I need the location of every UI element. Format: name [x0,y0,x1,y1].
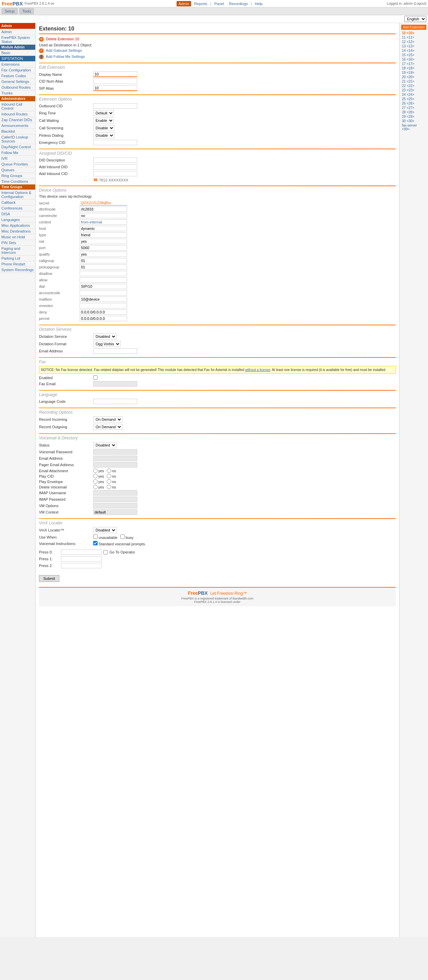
sidebar-item-pin-sets[interactable]: Music on Hold [0,234,35,240]
add-gabcast-link[interactable]: Add Gabcast Settings [46,48,81,52]
ring-time-select[interactable]: Default [93,110,114,116]
play-envelope-yes[interactable] [93,479,97,484]
email-attach-no[interactable] [107,468,111,473]
ext-link-29[interactable]: 29 <29> [401,115,426,119]
dictation-format-select[interactable]: Ogg Vorbis [93,341,121,347]
play-cid-no[interactable] [107,474,111,478]
sidebar-item-zap-dids[interactable]: Inbound Routes [0,111,35,117]
sidebar-item-queue-priorities[interactable]: IVR [0,156,35,161]
ext-link-26[interactable]: 26 <26> [401,101,426,106]
sidebar-item-feature-codes[interactable]: Fax Configuration [0,67,35,73]
sidebar-item-trunks[interactable]: Outbound Routes [0,84,35,91]
dial-input[interactable] [80,284,127,289]
sidebar-item-admin[interactable]: Admin [0,23,35,29]
sidebar-item-ivr[interactable]: Follow Me [0,150,35,156]
dictation-email-input[interactable] [93,348,137,354]
ext-link-16[interactable]: 16 <16> [401,57,426,62]
without-license-link[interactable]: without a license [245,368,270,372]
vm-password-input[interactable] [93,449,137,455]
fax-email-input[interactable] [93,381,137,387]
secret-input[interactable] [80,200,127,205]
sidebar-item-languages[interactable]: DISA [0,211,35,217]
call-waiting-select[interactable]: Enable [93,118,114,124]
sidebar-item-paging[interactable]: PIN Sets [0,240,35,246]
vm-context-input[interactable] [93,509,137,515]
go-to-operator-checkbox[interactable] [103,550,108,555]
outbound-cid-input[interactable] [93,103,137,109]
nat-input[interactable] [80,239,127,244]
sidebar-item-phone-restart[interactable]: Parking Lot [0,256,35,261]
delete-extension-link[interactable]: Delete Extension 10 [46,37,79,41]
vm-status-select[interactable]: Disabled [93,442,117,448]
sidebar-item-sipstation[interactable]: Basic [0,50,35,56]
pickupgroup-input[interactable] [80,264,127,270]
sidebar-item-time-groups[interactable]: Time Conditions [0,179,35,185]
play-cid-yes[interactable] [93,474,97,478]
ext-link-17[interactable]: 17 <17> [401,62,426,66]
language-select[interactable]: English [404,16,426,22]
vmexten-input[interactable] [80,303,127,309]
pager-email-input[interactable] [93,462,137,468]
sidebar-item-fpbx-status[interactable]: Admin [0,29,35,35]
sidebar-item-callerid-lookup[interactable]: Blacklist [0,129,35,134]
delete-vm-yes[interactable] [93,485,97,489]
sidebar-item-follow-me[interactable]: Day/Night Control [0,144,35,150]
sidebar-item-ring-groups[interactable]: Queues [0,167,35,173]
pinless-dialing-select[interactable]: Disable [93,132,115,138]
canreinvite-input[interactable] [80,213,127,218]
cid-num-alias-input[interactable] [93,78,137,84]
ext-link-30[interactable]: 30 <30> [401,119,426,123]
unavailable-checkbox[interactable] [93,535,97,539]
ext-link-15[interactable]: 15 <15> [401,53,426,57]
sip-alias-input[interactable] [93,85,137,91]
nav-reports[interactable]: Reports [192,1,209,6]
delete-vm-no[interactable] [107,485,111,489]
sidebar-item-conferences[interactable]: Callback [0,200,35,205]
sidebar-item-administrators[interactable]: Trunks [0,91,35,96]
sidebar-item-announcements[interactable]: Zap Channel DIDs [0,117,35,123]
ext-link-24[interactable]: 24 <24> [401,92,426,97]
sidebar-item-misc-dest[interactable]: Misc Applications [0,223,35,229]
ext-link-11[interactable]: 11 <11> [401,35,426,40]
ext-link-28[interactable]: 28 <28> [401,110,426,115]
ext-link-20[interactable]: 20 <20> [401,75,426,79]
emergency-cid-input[interactable] [93,140,137,145]
sidebar-item-disa[interactable]: Conferences [0,205,35,211]
add-extension-button[interactable]: Add Extension [401,25,426,30]
sidebar-item-extensions[interactable]: SIPSTATION [0,56,35,62]
sidebar-item-sys-recordings[interactable]: Phone Restart [0,261,35,267]
dictation-service-select[interactable]: Disabled [93,333,117,339]
nav-help[interactable]: Help [253,1,265,6]
nav-admin[interactable]: Admin [177,1,191,6]
ext-link-27[interactable]: 27 <27> [401,106,426,110]
sidebar-item-callback[interactable]: Internal Options & Configuration [0,190,35,200]
sidebar-item-module-admin[interactable]: FreePBX System Status [0,35,35,45]
disallow-input[interactable] [80,271,127,276]
ext-link-12[interactable]: 12 <12> [401,40,426,44]
accountcode-input[interactable] [80,290,127,296]
play-envelope-no[interactable] [107,479,111,484]
vmx-locater-select[interactable]: Disabled [93,527,117,533]
press-0-input[interactable] [61,549,102,555]
busy-checkbox[interactable] [120,535,125,539]
callgroup-input[interactable] [80,258,127,263]
ext-link-14[interactable]: 14 <14> [401,48,426,53]
ext-link-23[interactable]: 23 <23> [401,88,426,92]
imap-username-input[interactable] [93,490,137,496]
sidebar-item-misc-apps[interactable]: Languages [0,217,35,223]
allow-input[interactable] [80,277,127,283]
add-inbound-cid-input[interactable] [93,171,137,177]
port-input[interactable] [80,245,127,250]
ext-link-18[interactable]: 18 <18> [401,66,426,70]
email-attach-yes[interactable] [93,468,97,473]
fax-enabled-checkbox[interactable] [93,375,97,380]
ext-link-13[interactable]: 13 <13> [401,44,426,48]
sidebar-item-general-settings[interactable]: Feature Codes [0,73,35,79]
record-outgoing-select[interactable]: On Demand [93,424,122,430]
ext-link-22[interactable]: 22 <22> [401,84,426,88]
tools-link[interactable]: Tools [19,8,34,14]
ext-link-19[interactable]: 19 <19> [401,70,426,75]
record-incoming-select[interactable]: On Demand [93,416,122,422]
sidebar-item-parking[interactable]: Paging and Intercom [0,246,35,256]
standard-vm-prompts-checkbox[interactable] [93,541,97,545]
